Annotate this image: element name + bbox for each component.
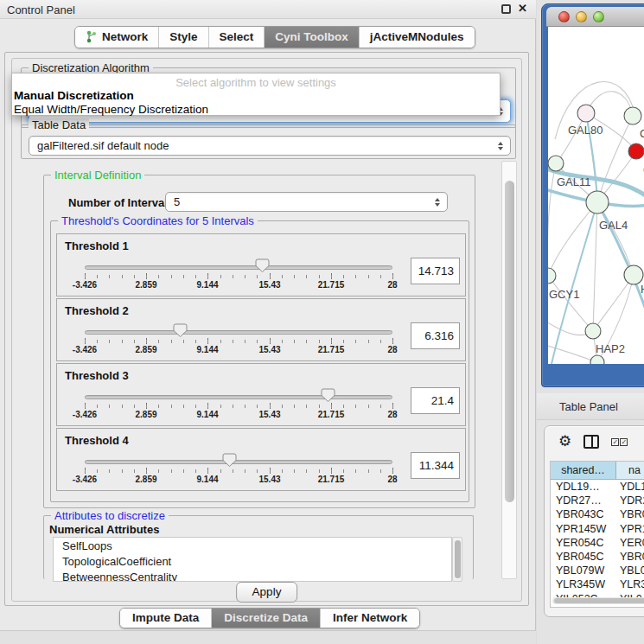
threshold-row: Threshold 1 -3.426 2.859 9.144 1 (56, 233, 466, 296)
scale-tick-label: 2.859 (135, 345, 156, 354)
list-item[interactable]: SelfLoops (54, 538, 451, 553)
scale-tick-label: 2.859 (135, 410, 156, 419)
network-window[interactable]: GAL80 G C GAL11 GAL4 GCY1 H HAP2 (541, 3, 644, 387)
column-layout-icon[interactable] (583, 435, 599, 449)
number-of-intervals-combobox[interactable]: 5 (165, 192, 448, 212)
table-row[interactable]: YDL19…YDL1 (551, 480, 644, 494)
threshold-row: Threshold 2 -3.426 2.859 9.144 1 (56, 298, 466, 361)
scale-tick-label: 9.144 (196, 475, 218, 484)
node-red[interactable] (628, 143, 644, 159)
scale-tick-label: -3.426 (73, 345, 97, 354)
node-gcy1[interactable] (548, 268, 556, 284)
slider-thumb[interactable] (222, 453, 237, 468)
algorithm-option-equal-width[interactable]: Equal Width/Frequency Discretization (14, 103, 208, 116)
slider-thumb[interactable] (255, 258, 270, 273)
slider-thumb[interactable] (173, 323, 188, 338)
node-label: G (640, 127, 644, 140)
tab-impute-data[interactable]: Impute Data (120, 609, 212, 628)
list-item[interactable]: BetweennessCentrality (54, 569, 451, 582)
scale-tick-label: -3.426 (73, 475, 97, 484)
control-panel-titlebar: Control Panel ✕ (0, 0, 536, 19)
node-label: GCY1 (549, 288, 579, 301)
numerical-attributes-list[interactable]: SelfLoops TopologicalCoefficient Between… (53, 537, 452, 582)
threshold-row: Threshold 4 -3.426 2.859 9.144 1 (56, 428, 466, 491)
threshold-label: Threshold 4 (65, 434, 129, 447)
scale-tick-label: 2.859 (135, 280, 156, 290)
network-graph: GAL80 G C GAL11 GAL4 GCY1 H HAP2 (548, 27, 644, 364)
threshold-value-field[interactable]: 11.344 (411, 452, 460, 479)
panel-title: Control Panel (7, 3, 75, 16)
node-attribute-table[interactable]: shared… na YDL19…YDL1 YDR27…YDR2 YBR043C… (550, 461, 644, 608)
float-window-icon[interactable] (501, 4, 511, 14)
network-window-titlebar[interactable] (546, 7, 644, 27)
tab-style[interactable]: Style (159, 27, 208, 48)
checkbox-icon: ✓ (620, 438, 628, 446)
column-header-name[interactable]: na (616, 462, 644, 479)
threshold-slider[interactable] (85, 460, 392, 464)
tab-cyni-toolbox[interactable]: Cyni Toolbox (265, 27, 360, 48)
node-gal11[interactable] (548, 156, 564, 171)
algorithm-dropdown-popup: Select algorithm to view settings Manual… (11, 73, 501, 116)
tab-network[interactable]: Network (75, 27, 159, 48)
table-data-combobox[interactable]: galFiltered.sif default node (29, 136, 511, 156)
table-row[interactable]: YLR345WYLR3 (551, 577, 644, 591)
threshold-slider[interactable] (85, 395, 392, 399)
table-row[interactable]: YBL079WYBL0 (551, 564, 644, 577)
select-columns-icon[interactable]: ✓ ✓ (611, 438, 628, 446)
checkbox-icon: ✓ (611, 438, 619, 446)
close-traffic-light-icon[interactable] (558, 11, 570, 22)
node-gal4[interactable] (586, 191, 609, 214)
tab-jactivemnodules[interactable]: jActiveMNodules (360, 27, 475, 48)
threshold-slider[interactable] (85, 330, 392, 335)
scale-tick-label: -3.426 (73, 410, 97, 419)
cyni-toolbox-panel: Discretization Algorithm Table Data galF… (4, 52, 529, 606)
node-label: GAL11 (557, 175, 591, 188)
interval-definition-label: Interval Definition (51, 169, 144, 182)
scale-tick-label: 28 (387, 475, 397, 484)
table-row[interactable]: YPR145WYPR1 (551, 522, 644, 536)
table-data-group: Table Data galFiltered.sif default node (21, 124, 516, 159)
attributes-group-label: Attributes to discretize (51, 509, 169, 522)
tab-infer-network[interactable]: Infer Network (321, 609, 419, 628)
node-g[interactable] (624, 107, 641, 124)
minimize-traffic-light-icon[interactable] (576, 11, 587, 22)
slider-minor-ticks (85, 340, 393, 343)
numerical-attributes-label: Numerical Attributes (49, 523, 159, 536)
zoom-traffic-light-icon[interactable] (593, 11, 604, 22)
attributes-list-scrollbar[interactable] (452, 537, 462, 582)
close-icon[interactable]: ✕ (518, 3, 527, 15)
settings-vertical-scrollbar[interactable] (501, 161, 517, 579)
gear-icon[interactable]: ⚙ (558, 434, 571, 450)
scale-tick-label: 21.715 (318, 280, 345, 290)
network-icon (86, 30, 97, 43)
node-bottom[interactable] (590, 355, 604, 364)
tab-select[interactable]: Select (209, 27, 265, 48)
node-gal80[interactable] (577, 105, 595, 122)
threshold-slider[interactable] (85, 265, 392, 270)
table-row[interactable]: YDR27…YDR2 (551, 494, 644, 507)
scale-tick-label: 2.859 (135, 475, 156, 484)
threshold-value-field[interactable]: 14.713 (411, 258, 460, 284)
slider-thumb[interactable] (321, 388, 335, 403)
network-canvas[interactable]: GAL80 G C GAL11 GAL4 GCY1 H HAP2 (548, 27, 644, 364)
tab-discretize-data[interactable]: Discretize Data (212, 609, 321, 628)
table-row[interactable]: YER054CYER0 (551, 536, 644, 550)
threshold-value-field[interactable]: 6.316 (411, 322, 460, 349)
settings-viewport: Interval Definition Number of Intervals … (19, 161, 516, 579)
column-header-shared-name[interactable]: shared… (551, 462, 616, 479)
apply-button[interactable]: Apply (236, 582, 298, 603)
top-tab-bar: Network Style Select Cyni Toolbox jActiv… (0, 22, 536, 50)
node-hap2[interactable] (585, 323, 601, 339)
slider-minor-ticks (85, 275, 393, 278)
list-item[interactable]: TopologicalCoefficient (54, 553, 451, 569)
node-h[interactable] (624, 265, 643, 284)
number-of-intervals-label: Number of Intervals (68, 196, 174, 209)
table-row[interactable]: YBR045CYBR0 (551, 550, 644, 564)
table-row[interactable]: YBR043CYBR0 (551, 507, 644, 521)
algorithm-option-manual[interactable]: Manual Discretization (14, 89, 134, 102)
table-horizontal-scrollbar[interactable] (552, 597, 644, 604)
scale-tick-label: 21.715 (318, 345, 345, 354)
scale-tick-label: 9.144 (196, 410, 218, 419)
threshold-value-field[interactable]: 21.4 (411, 387, 460, 414)
node-label: GAL4 (599, 219, 628, 232)
